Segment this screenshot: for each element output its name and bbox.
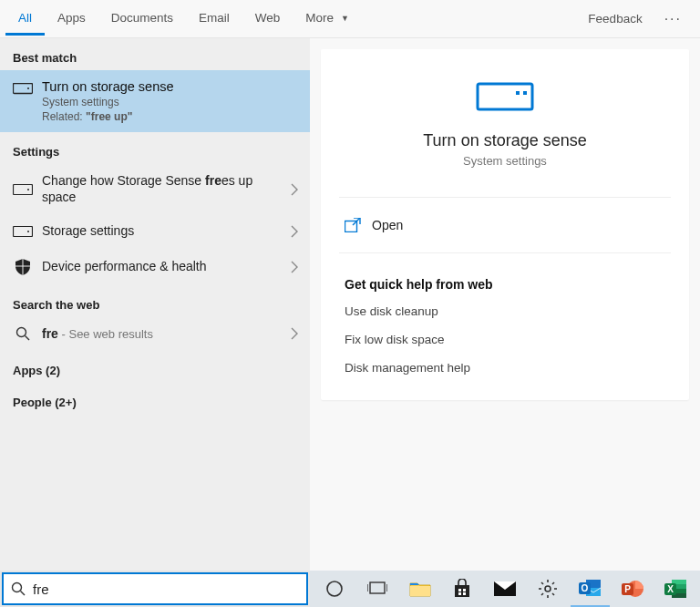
settings-item-device-performance[interactable]: Device performance & health <box>0 249 310 285</box>
separator <box>339 252 671 253</box>
chevron-right-icon <box>290 225 299 238</box>
open-label: Open <box>372 218 403 232</box>
quick-help-item[interactable]: Disk management help <box>321 354 689 382</box>
results-panel: Best match Turn on storage sense System … <box>0 38 310 571</box>
best-match-title: Turn on storage sense <box>42 79 174 94</box>
svg-rect-8 <box>478 84 532 109</box>
chevron-down-icon: ▼ <box>341 14 349 23</box>
quick-help-header: Get quick help from web <box>321 266 689 297</box>
taskbar-cortana-button[interactable] <box>315 571 355 607</box>
svg-point-6 <box>17 328 26 337</box>
svg-rect-9 <box>516 91 520 95</box>
svg-line-30 <box>541 582 543 584</box>
preview-panel: Turn on storage sense System settings Op… <box>310 38 700 571</box>
tab-apps[interactable]: Apps <box>45 2 98 36</box>
svg-text:X: X <box>667 584 674 594</box>
svg-rect-23 <box>463 592 466 595</box>
storage-sense-icon <box>476 82 534 111</box>
settings-item-storage-settings[interactable]: Storage settings <box>0 214 310 249</box>
taskbar-powerpoint-button[interactable]: P <box>613 571 653 607</box>
open-action[interactable]: Open <box>321 211 689 240</box>
svg-rect-21 <box>463 589 466 592</box>
tab-documents[interactable]: Documents <box>98 2 186 36</box>
svg-rect-0 <box>14 84 33 94</box>
settings-item-label: Storage settings <box>42 223 281 240</box>
search-web-header: Search the web <box>0 285 310 317</box>
feedback-link[interactable]: Feedback <box>579 5 651 33</box>
svg-line-31 <box>552 593 554 595</box>
storage-icon <box>13 226 33 237</box>
taskbar-file-explorer-button[interactable] <box>400 571 439 607</box>
preview-subtitle: System settings <box>330 154 680 168</box>
chevron-right-icon <box>290 327 299 340</box>
filter-tabs: All Apps Documents Email Web More ▼ Feed… <box>0 0 700 38</box>
svg-rect-22 <box>458 592 461 595</box>
svg-rect-10 <box>523 91 527 95</box>
shield-icon <box>13 258 33 276</box>
apps-header[interactable]: Apps (2) <box>0 351 310 383</box>
web-result-item[interactable]: fre - See web results <box>0 317 310 352</box>
svg-rect-20 <box>458 589 461 592</box>
taskbar-task-view-button[interactable] <box>358 571 397 607</box>
best-match-header: Best match <box>0 38 310 70</box>
more-options-button[interactable]: ··· <box>657 7 689 31</box>
storage-icon <box>13 184 33 195</box>
svg-rect-2 <box>14 184 33 194</box>
chevron-right-icon <box>290 261 299 273</box>
settings-item-storage-sense-space[interactable]: Change how Storage Sense frees up space <box>0 164 310 214</box>
svg-text:P: P <box>624 584 631 594</box>
storage-icon <box>13 79 33 123</box>
preview-title: Turn on storage sense <box>330 131 680 150</box>
chevron-right-icon <box>290 183 299 196</box>
svg-point-5 <box>27 231 29 232</box>
svg-line-32 <box>552 582 554 584</box>
separator <box>339 197 671 198</box>
settings-header: Settings <box>0 132 310 164</box>
web-result-label: fre - See web results <box>42 326 281 343</box>
taskbar-excel-button[interactable]: X <box>655 571 695 607</box>
svg-line-14 <box>21 592 26 596</box>
taskbar-settings-button[interactable] <box>528 571 567 607</box>
svg-point-25 <box>545 586 551 592</box>
open-icon <box>345 218 361 232</box>
search-box[interactable] <box>2 572 308 605</box>
people-header[interactable]: People (2+) <box>0 383 310 415</box>
svg-rect-19 <box>410 586 430 596</box>
search-icon <box>11 581 26 596</box>
taskbar-mail-button[interactable] <box>486 571 525 607</box>
search-input[interactable] <box>33 581 299 597</box>
best-match-related: Related: "free up" <box>42 110 174 123</box>
svg-point-13 <box>13 583 22 592</box>
quick-help-item[interactable]: Use disk cleanup <box>321 297 689 325</box>
tab-all[interactable]: All <box>5 2 45 36</box>
search-window: All Apps Documents Email Web More ▼ Feed… <box>0 0 700 571</box>
tab-more[interactable]: More ▼ <box>293 2 361 36</box>
best-match-subtitle: System settings <box>42 96 174 108</box>
tab-web[interactable]: Web <box>242 2 293 36</box>
taskbar-store-button[interactable] <box>443 571 482 607</box>
tab-email[interactable]: Email <box>186 2 242 36</box>
svg-point-15 <box>327 581 342 596</box>
taskbar-outlook-button[interactable]: O <box>571 571 610 607</box>
svg-text:O: O <box>582 583 589 593</box>
svg-rect-4 <box>14 226 33 236</box>
tab-more-label: More <box>305 11 334 25</box>
svg-line-7 <box>26 336 30 341</box>
svg-line-33 <box>541 593 543 595</box>
taskbar: O P X <box>310 571 700 607</box>
settings-item-label: Change how Storage Sense frees up space <box>42 173 281 205</box>
quick-help-item[interactable]: Fix low disk space <box>321 325 689 354</box>
svg-point-1 <box>27 87 29 89</box>
settings-item-label: Device performance & health <box>42 259 281 275</box>
search-icon <box>13 326 33 341</box>
svg-point-3 <box>27 189 29 190</box>
svg-rect-16 <box>370 582 385 593</box>
best-match-item[interactable]: Turn on storage sense System settings Re… <box>0 70 310 132</box>
